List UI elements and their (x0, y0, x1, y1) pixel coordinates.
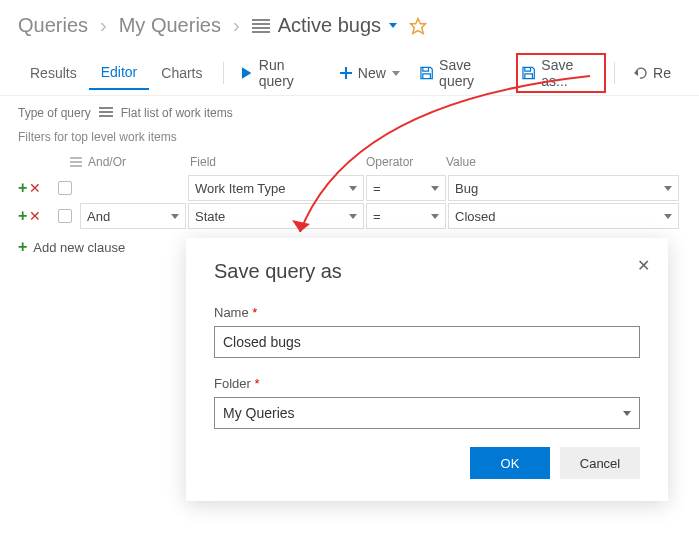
list-icon (70, 157, 82, 167)
chevron-down-icon (392, 71, 400, 76)
tab-editor[interactable]: Editor (89, 56, 150, 90)
plus-icon: + (18, 238, 27, 256)
field-header-label: Field (190, 155, 366, 169)
value-text: Closed (455, 209, 495, 224)
flat-list-icon (99, 107, 113, 119)
tab-results[interactable]: Results (18, 57, 89, 89)
breadcrumb-my-queries[interactable]: My Queries (119, 14, 221, 37)
breadcrumb-sep-icon: › (233, 14, 240, 37)
toolbar: Results Editor Charts Run query New Save… (0, 47, 699, 96)
ok-button[interactable]: OK (470, 447, 550, 479)
undo-label: Re (653, 65, 671, 81)
svg-rect-2 (252, 27, 270, 29)
new-label: New (358, 65, 386, 81)
list-icon (252, 19, 270, 33)
undo-icon (633, 66, 647, 80)
svg-rect-7 (340, 72, 352, 74)
svg-rect-3 (252, 31, 270, 33)
save-as-button[interactable]: Save as... (516, 53, 606, 93)
filters-label: Filters for top level work items (0, 130, 699, 150)
run-query-label: Run query (259, 57, 320, 89)
chevron-down-icon (664, 186, 672, 191)
name-value: Closed bugs (223, 334, 301, 350)
chevron-down-icon (623, 411, 631, 416)
close-button[interactable]: ✕ (637, 256, 650, 275)
svg-rect-13 (70, 161, 82, 163)
chevron-down-icon (431, 214, 439, 219)
dialog-actions: OK Cancel (214, 447, 640, 479)
svg-rect-10 (99, 111, 113, 113)
play-icon (241, 67, 252, 79)
svg-rect-1 (252, 23, 270, 25)
chevron-down-icon (349, 186, 357, 191)
operator-header-label: Operator (366, 155, 446, 169)
folder-select[interactable]: My Queries (214, 397, 640, 429)
add-row-button[interactable]: + (18, 207, 27, 225)
breadcrumb-current-label: Active bugs (278, 14, 381, 37)
tab-charts[interactable]: Charts (149, 57, 214, 89)
breadcrumb-current[interactable]: Active bugs (252, 14, 397, 37)
breadcrumb-sep-icon: › (100, 14, 107, 37)
svg-rect-9 (99, 107, 113, 109)
run-query-button[interactable]: Run query (231, 51, 329, 95)
andor-header-label: And/Or (88, 155, 126, 169)
field-select[interactable]: State (188, 203, 364, 229)
add-row-button[interactable]: + (18, 179, 27, 197)
svg-marker-4 (411, 18, 426, 33)
value-header-label: Value (446, 155, 681, 169)
undo-button[interactable]: Re (623, 59, 681, 87)
value-text: Bug (455, 181, 478, 196)
save-query-button[interactable]: Save query (410, 51, 516, 95)
row-checkbox[interactable] (58, 181, 72, 195)
svg-rect-0 (252, 19, 270, 21)
value-select[interactable]: Closed (448, 203, 679, 229)
delete-row-button[interactable]: ✕ (29, 180, 41, 196)
delete-row-button[interactable]: ✕ (29, 208, 41, 224)
type-of-query-label: Type of query (18, 106, 91, 120)
flat-list-label[interactable]: Flat list of work items (121, 106, 233, 120)
dialog-title: Save query as (214, 260, 640, 283)
field-value: Work Item Type (195, 181, 286, 196)
chevron-down-icon (171, 214, 179, 219)
row-checkbox[interactable] (58, 209, 72, 223)
save-as-dialog: ✕ Save query as Name * Closed bugs Folde… (186, 238, 668, 501)
value-select[interactable]: Bug (448, 175, 679, 201)
query-type-row: Type of query Flat list of work items (0, 96, 699, 130)
svg-marker-5 (242, 67, 251, 78)
cancel-button[interactable]: Cancel (560, 447, 640, 479)
svg-rect-12 (70, 157, 82, 159)
operator-value: = (373, 181, 381, 196)
chevron-down-icon[interactable] (389, 23, 397, 28)
andor-select[interactable]: And (80, 203, 186, 229)
save-query-label: Save query (439, 57, 506, 89)
chevron-down-icon (431, 186, 439, 191)
filters-grid: And/Or Field Operator Value + ✕ Work Ite… (0, 150, 699, 230)
operator-select[interactable]: = (366, 203, 446, 229)
svg-rect-11 (99, 115, 113, 117)
divider (614, 62, 615, 84)
andor-value: And (87, 209, 110, 224)
field-select[interactable]: Work Item Type (188, 175, 364, 201)
chevron-down-icon (349, 214, 357, 219)
save-as-icon (522, 66, 535, 80)
name-label: Name * (214, 305, 640, 320)
grid-header: And/Or Field Operator Value (18, 150, 681, 174)
name-input[interactable]: Closed bugs (214, 326, 640, 358)
save-as-label: Save as... (541, 57, 600, 89)
chevron-down-icon (664, 214, 672, 219)
operator-select[interactable]: = (366, 175, 446, 201)
divider (223, 62, 224, 84)
field-value: State (195, 209, 225, 224)
filter-row: + ✕ Work Item Type = Bug (18, 174, 681, 202)
star-icon[interactable] (409, 17, 427, 35)
svg-rect-14 (70, 165, 82, 167)
folder-label: Folder * (214, 376, 640, 391)
col-andor: And/Or (70, 155, 190, 169)
save-icon (420, 66, 433, 80)
breadcrumb: Queries › My Queries › Active bugs (0, 0, 699, 47)
filter-row: + ✕ And State = Closed (18, 202, 681, 230)
new-button[interactable]: New (330, 59, 410, 87)
folder-value: My Queries (223, 405, 295, 421)
breadcrumb-root[interactable]: Queries (18, 14, 88, 37)
add-clause-label: Add new clause (33, 240, 125, 255)
